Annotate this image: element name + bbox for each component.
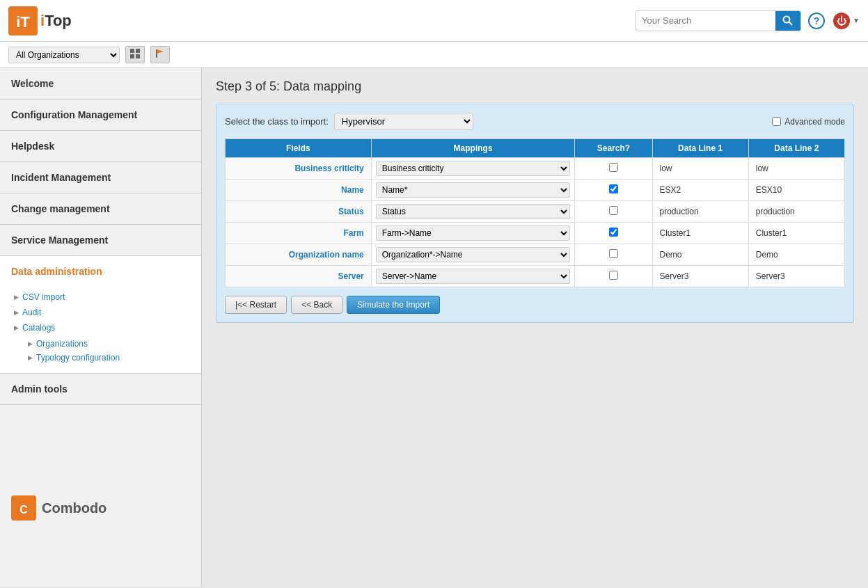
sidebar-section-change: Change management [0,193,201,225]
combodo-icon: C [11,495,36,521]
sidebar-item-organizations[interactable]: Organizations [22,337,201,351]
layout: Welcome Configuration Management Helpdes… [0,68,868,587]
data-line-2-cell: low [748,158,844,180]
sidebar-item-catalogs[interactable]: Catalogs [11,320,201,335]
search-container [636,10,801,31]
main-content: Step 3 of 5: Data mapping Select the cla… [202,68,868,587]
sidebar-item-welcome[interactable]: Welcome [0,68,201,99]
advanced-mode-checkbox[interactable] [772,117,781,126]
search-checkbox[interactable] [609,184,618,193]
svg-rect-11 [136,54,140,58]
search-checkbox[interactable] [609,228,618,237]
user-button[interactable]: ⏻ ▼ [832,11,860,31]
svg-text:iT: iT [16,13,30,31]
field-cell: Name [226,180,372,201]
sidebar-item-incident-mgmt[interactable]: Incident Management [0,162,201,193]
data-line-2-cell: Cluster1 [748,223,844,244]
col-data1: Data Line 1 [652,139,748,158]
search-checkbox[interactable] [609,249,618,258]
search-checkbox[interactable] [609,271,618,280]
toolbar: All Organizations [0,42,868,68]
search-input[interactable] [636,12,775,29]
sidebar-item-service-mgmt[interactable]: Service Management [0,225,201,255]
mapping-select[interactable]: Server->Name [376,269,571,284]
sidebar-section-config: Configuration Management [0,100,201,131]
sidebar-item-helpdesk[interactable]: Helpdesk [0,131,201,161]
toolbar-icon-btn-1[interactable] [125,46,145,63]
catalogs-submenu: Organizations Typology configuration [11,335,201,367]
search-checkbox[interactable] [609,163,618,172]
sidebar-item-config-mgmt[interactable]: Configuration Management [0,100,201,130]
table-row: Organization nameOrganization*->NameDemo… [226,244,845,266]
mapping-table: Fields Mappings Search? Data Line 1 Data… [225,138,845,287]
class-select-label: Select the class to import: [225,116,329,127]
combodo-text: Combodo [42,500,106,516]
grid-icon [130,49,140,58]
field-cell: Business criticity [226,158,372,180]
search-checkbox[interactable] [609,206,618,215]
search-icon [782,15,794,26]
svg-text:C: C [19,504,28,516]
sidebar-section-incident: Incident Management [0,162,201,193]
page-title: Step 3 of 5: Data mapping [216,79,854,94]
data-admin-submenu: CSV import Audit Catalogs Organizations … [0,287,201,373]
simulate-import-button[interactable]: Simulate the Import [347,296,440,314]
data-line-2-cell: production [748,201,844,223]
buttons-row: |<< Restart << Back Simulate the Import [225,296,845,314]
sidebar-section-helpdesk: Helpdesk [0,131,201,162]
mapping-select[interactable]: Business criticity [376,161,571,176]
table-row: NameName*ESX2ESX10 [226,180,845,201]
field-cell: Server [226,266,372,287]
mapping-select[interactable]: Organization*->Name [376,247,571,262]
restart-button[interactable]: |<< Restart [225,296,287,314]
header-right: ? ⏻ ▼ [636,10,860,31]
sidebar-item-audit[interactable]: Audit [11,305,201,320]
organization-select[interactable]: All Organizations [8,47,120,63]
flag-icon [155,49,165,58]
help-icon: ? [808,13,825,29]
svg-rect-8 [130,49,134,53]
logo-area: iT iTop [8,6,72,35]
search-checkbox-cell [575,158,652,180]
sidebar-item-change-mgmt[interactable]: Change management [0,193,201,224]
search-checkbox-cell [575,201,652,223]
mapping-cell: Name* [371,180,575,201]
search-button[interactable] [775,11,800,31]
svg-text:⏻: ⏻ [837,15,846,26]
sidebar-item-data-admin[interactable]: Data administration [0,256,201,287]
sidebar-item-csv-import[interactable]: CSV import [11,289,201,305]
logo-text: iTop [40,12,72,30]
mapping-select[interactable]: Farm->Name [376,225,571,241]
svg-marker-13 [157,49,164,54]
mapping-panel: Select the class to import: Hypervisor A… [216,104,854,323]
advanced-mode-label[interactable]: Advanced mode [772,117,845,127]
table-row: Business criticityBusiness criticitylowl… [226,158,845,180]
mapping-select[interactable]: Status [376,204,571,219]
toolbar-icon-btn-2[interactable] [150,46,170,63]
data-line-1-cell: ESX2 [652,180,748,201]
itop-logo-icon: iT [8,6,38,35]
help-button[interactable]: ? [808,13,825,29]
data-line-2-cell: Server3 [748,266,844,287]
sidebar-section-data-admin: Data administration CSV import Audit Cat… [0,256,201,374]
sidebar-item-admin-tools[interactable]: Admin tools [0,374,201,404]
data-line-1-cell: low [652,158,748,180]
user-dropdown-arrow: ▼ [853,17,860,24]
data-line-1-cell: Server3 [652,266,748,287]
col-fields: Fields [226,139,372,158]
catalogs-group: Catalogs Organizations Typology configur… [11,320,201,367]
data-line-1-cell: production [652,201,748,223]
field-cell: Status [226,201,372,223]
mapping-select[interactable]: Name* [376,182,571,198]
sidebar: Welcome Configuration Management Helpdes… [0,68,202,587]
class-select[interactable]: Hypervisor [334,113,473,130]
back-button[interactable]: << Back [291,296,342,314]
field-cell: Farm [226,223,372,244]
svg-line-3 [789,22,793,25]
search-checkbox-cell [575,266,652,287]
header: iT iTop ? ⏻ ▼ [0,0,868,42]
svg-rect-10 [130,54,134,58]
field-cell: Organization name [226,244,372,266]
sidebar-item-typology-config[interactable]: Typology configuration [22,351,201,365]
data-line-1-cell: Cluster1 [652,223,748,244]
